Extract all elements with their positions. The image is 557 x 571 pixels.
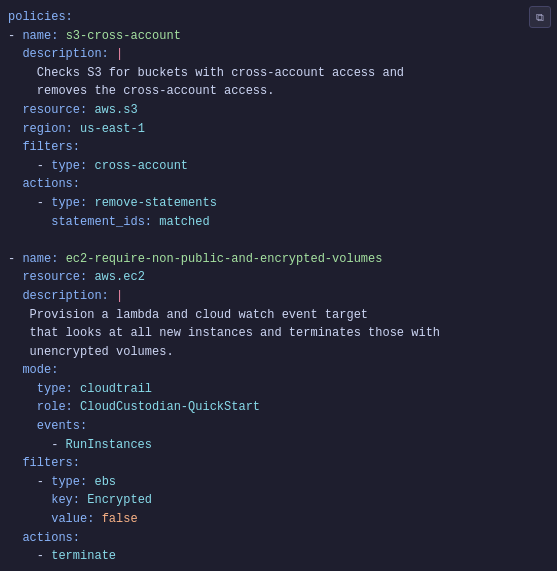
code-content: policies: - name: s3-cross-account descr… [8, 8, 549, 571]
code-viewer: ⧉ policies: - name: s3-cross-account des… [0, 0, 557, 571]
copy-icon: ⧉ [536, 11, 544, 24]
copy-button[interactable]: ⧉ [529, 6, 551, 28]
